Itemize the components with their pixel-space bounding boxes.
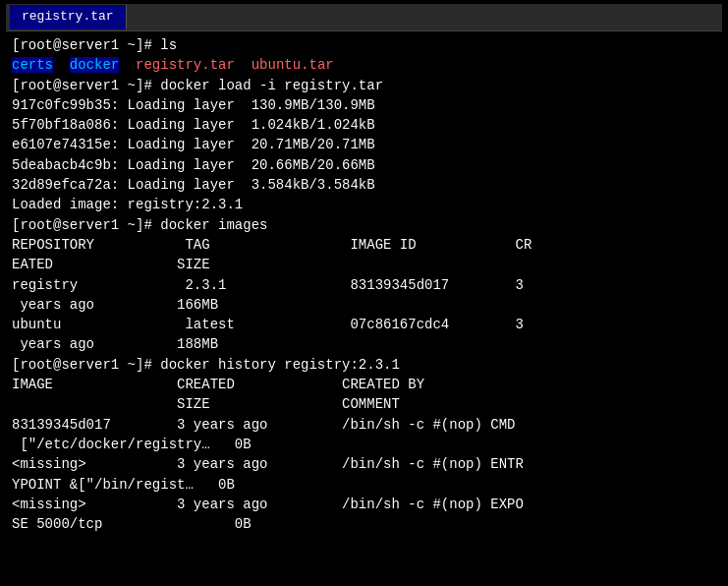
dir-certs: certs bbox=[12, 57, 53, 73]
line-6: 5deabacb4c9b: Loading layer 20.66MB/20.6… bbox=[12, 155, 716, 175]
line-3: 917c0fc99b35: Loading layer 130.9MB/130.… bbox=[12, 95, 716, 115]
active-tab[interactable]: registry.tar bbox=[10, 5, 127, 29]
dir-docker: docker bbox=[70, 57, 119, 73]
line-history-row3a: <missing> 3 years ago /bin/sh -c #(nop) … bbox=[12, 495, 716, 514]
line-1: [root@server1 ~]# ls bbox=[12, 35, 716, 55]
line-history-row3b: SE 5000/tcp 0B bbox=[12, 514, 716, 534]
terminal-window: registry.tar [root@server1 ~]# ls certs … bbox=[0, 0, 728, 586]
line-ubuntu-2: years ago 188MB bbox=[12, 334, 716, 354]
line-registry-1: registry 2.3.1 83139345d017 3 bbox=[12, 275, 716, 295]
line-8: Loaded image: registry:2.3.1 bbox=[12, 195, 716, 214]
file-ubuntu-tar: ubuntu.tar bbox=[252, 57, 334, 73]
line-history-row2a: <missing> 3 years ago /bin/sh -c #(nop) … bbox=[12, 454, 716, 474]
prompt-1: [root@server1 ~]# ls bbox=[12, 37, 177, 53]
line-history-header2: SIZE COMMENT bbox=[12, 394, 716, 414]
line-history-row2b: YPOINT &["/bin/regist… 0B bbox=[12, 475, 716, 495]
file-registry-tar: registry.tar bbox=[136, 57, 235, 73]
line-ubuntu-1: ubuntu latest 07c86167cdc4 3 bbox=[12, 315, 716, 334]
line-history-row1b: ["/etc/docker/registry… 0B bbox=[12, 435, 716, 454]
terminal-content: [root@server1 ~]# ls certs docker regist… bbox=[6, 31, 722, 538]
line-history-cmd: [root@server1 ~]# docker history registr… bbox=[12, 355, 716, 375]
tab-bar: registry.tar bbox=[6, 4, 722, 31]
line-history-header1: IMAGE CREATED CREATED BY bbox=[12, 375, 716, 394]
line-registry-2: years ago 166MB bbox=[12, 295, 716, 315]
line-images-header2: EATED SIZE bbox=[12, 255, 716, 274]
tab-label: registry.tar bbox=[22, 9, 114, 24]
line-5: e6107e74315e: Loading layer 20.71MB/20.7… bbox=[12, 135, 716, 154]
line-images-header1: REPOSITORY TAG IMAGE ID CR bbox=[12, 235, 716, 255]
line-4: 5f70bf18a086: Loading layer 1.024kB/1.02… bbox=[12, 115, 716, 135]
line-history-row1a: 83139345d017 3 years ago /bin/sh -c #(no… bbox=[12, 415, 716, 435]
line-2: [root@server1 ~]# docker load -i registr… bbox=[12, 76, 716, 95]
line-9: [root@server1 ~]# docker images bbox=[12, 215, 716, 235]
line-7: 32d89efca72a: Loading layer 3.584kB/3.58… bbox=[12, 175, 716, 195]
line-ls-output: certs docker registry.tar ubuntu.tar bbox=[12, 55, 716, 75]
